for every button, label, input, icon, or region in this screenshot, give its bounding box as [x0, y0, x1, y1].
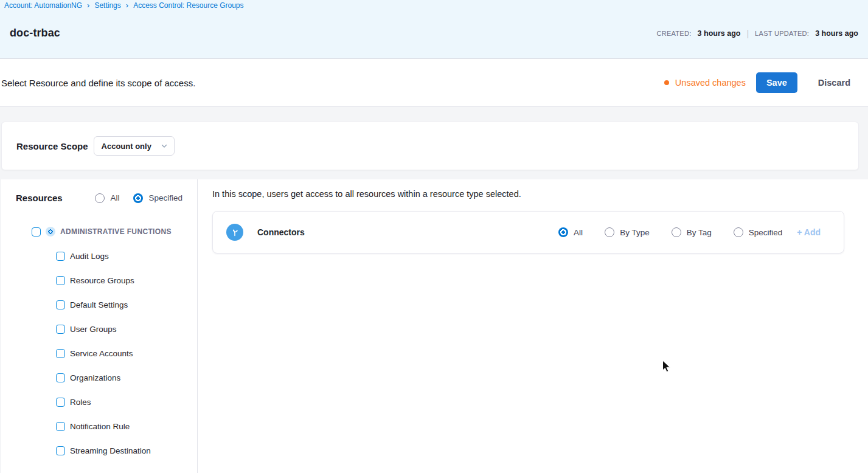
- resources-mode-radio-group: All Specified: [95, 193, 182, 203]
- last-updated-label: LAST UPDATED:: [755, 30, 809, 37]
- connectors-card: Connectors All By Type By Tag Specified: [212, 211, 844, 254]
- radio-selected-icon[interactable]: [558, 227, 568, 237]
- unsaved-changes-indicator: Unsaved changes: [664, 78, 746, 88]
- resource-scope-value: Account only: [102, 142, 151, 151]
- resource-scope-select[interactable]: Account only: [94, 136, 175, 156]
- toolbar-description: Select Resource and define its scope of …: [1, 78, 195, 88]
- radio-label: All: [110, 193, 119, 202]
- tree-item-label: Service Accounts: [70, 349, 133, 358]
- toolbar: Select Resource and define its scope of …: [0, 59, 868, 107]
- connectors-title: Connectors: [257, 227, 305, 237]
- tree-item-label: Streaming Destination: [70, 446, 151, 455]
- checkbox[interactable]: [56, 325, 65, 334]
- tree-item-organizations[interactable]: Organizations: [1, 365, 197, 390]
- resources-title: Resources: [16, 193, 63, 203]
- resources-mode-all[interactable]: All: [95, 193, 119, 203]
- breadcrumb-separator-icon: ›: [126, 2, 128, 9]
- tree-item-audit-logs[interactable]: Audit Logs: [1, 244, 197, 268]
- created-label: CREATED:: [656, 30, 691, 37]
- tree-item-resource-groups[interactable]: Resource Groups: [1, 268, 197, 292]
- tree-item-notification-rule[interactable]: Notification Rule: [1, 414, 197, 438]
- tree-item-label: User Groups: [70, 325, 117, 334]
- discard-button[interactable]: Discard: [818, 78, 850, 88]
- connectors-icon: [226, 224, 243, 241]
- checkbox[interactable]: [56, 398, 65, 407]
- breadcrumb-account[interactable]: Account: AutomationNG: [4, 1, 82, 10]
- created-value: 3 hours ago: [698, 29, 741, 38]
- resources-tree: Audit Logs Resource Groups Default Setti…: [1, 244, 197, 463]
- tree-item-label: Notification Rule: [70, 422, 130, 431]
- checkbox[interactable]: [56, 276, 65, 285]
- radio-label: By Tag: [687, 228, 712, 237]
- tree-item-label: Roles: [70, 398, 91, 407]
- checkbox[interactable]: [56, 446, 65, 455]
- resources-section: Resources All Specified ADMINISTRATIVE F…: [1, 179, 868, 473]
- tree-item-user-groups[interactable]: User Groups: [1, 317, 197, 341]
- group-label: ADMINISTRATIVE FUNCTIONS: [60, 227, 172, 236]
- radio-selected-icon[interactable]: [133, 193, 143, 203]
- radio-label: All: [574, 228, 583, 237]
- account-scope-icon: [46, 227, 55, 236]
- resources-panel: Resources All Specified ADMINISTRATIVE F…: [1, 179, 197, 473]
- resource-scope-card: Resource Scope Account only: [1, 122, 859, 170]
- tree-item-label: Audit Logs: [70, 252, 109, 261]
- connectors-option-all[interactable]: All: [558, 227, 583, 237]
- resource-group-administrative-functions[interactable]: ADMINISTRATIVE FUNCTIONS: [1, 227, 197, 236]
- tree-item-label: Resource Groups: [70, 276, 134, 285]
- tree-item-label: Default Settings: [70, 300, 128, 309]
- tree-item-service-accounts[interactable]: Service Accounts: [1, 341, 197, 365]
- page-header: Account: AutomationNG › Settings › Acces…: [0, 0, 868, 59]
- connectors-option-by-tag[interactable]: By Tag: [672, 227, 712, 237]
- resources-mode-specified[interactable]: Specified: [133, 193, 182, 203]
- radio-label: Specified: [749, 228, 783, 237]
- radio-label: By Type: [620, 228, 650, 237]
- breadcrumb-settings[interactable]: Settings: [94, 1, 120, 10]
- resource-detail-panel: In this scope, users get access to all r…: [197, 179, 868, 473]
- save-button[interactable]: Save: [756, 72, 797, 93]
- checkbox[interactable]: [56, 373, 65, 382]
- header-meta: CREATED: 3 hours ago | LAST UPDATED: 3 h…: [656, 29, 858, 38]
- radio-icon[interactable]: [672, 227, 681, 237]
- checkbox[interactable]: [56, 252, 65, 261]
- tree-item-roles[interactable]: Roles: [1, 390, 197, 414]
- radio-icon[interactable]: [605, 227, 614, 237]
- resource-scope-label: Resource Scope: [16, 141, 88, 151]
- connectors-option-specified[interactable]: Specified: [734, 227, 783, 237]
- tree-item-label: Organizations: [70, 373, 120, 382]
- breadcrumb: Account: AutomationNG › Settings › Acces…: [0, 0, 868, 10]
- radio-label: Specified: [148, 193, 182, 202]
- tree-item-streaming-destination[interactable]: Streaming Destination: [1, 438, 197, 463]
- meta-divider: |: [746, 29, 749, 38]
- checkbox[interactable]: [56, 300, 65, 309]
- breadcrumb-separator-icon: ›: [87, 2, 89, 9]
- checkbox[interactable]: [56, 349, 65, 358]
- tree-item-default-settings[interactable]: Default Settings: [1, 292, 197, 317]
- scope-note: In this scope, users get access to all r…: [212, 189, 868, 199]
- checkbox[interactable]: [56, 422, 65, 431]
- radio-icon[interactable]: [95, 193, 105, 203]
- connectors-option-by-type[interactable]: By Type: [605, 227, 650, 237]
- page-title: doc-trbac: [10, 27, 60, 40]
- add-button[interactable]: + Add: [797, 227, 821, 237]
- checkbox[interactable]: [32, 227, 41, 236]
- unsaved-dot-icon: [664, 80, 669, 85]
- unsaved-changes-label: Unsaved changes: [675, 78, 746, 88]
- chevron-down-icon: [161, 142, 168, 150]
- radio-icon[interactable]: [734, 227, 743, 237]
- last-updated-value: 3 hours ago: [815, 29, 858, 38]
- breadcrumb-access-control[interactable]: Access Control: Resource Groups: [133, 1, 243, 10]
- connectors-radio-group: All By Type By Tag Specified: [558, 227, 782, 237]
